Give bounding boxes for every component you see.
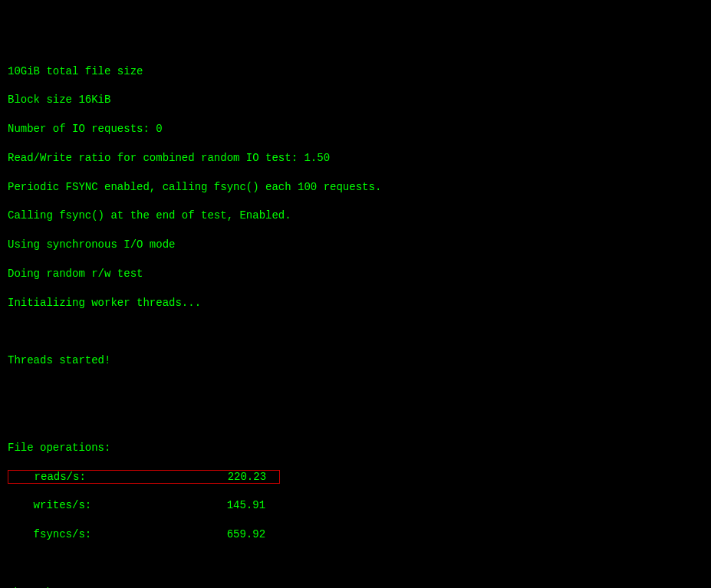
- blank-line: [8, 412, 703, 426]
- line-init-workers: Initializing worker threads...: [8, 296, 703, 310]
- blank-line: [8, 325, 703, 340]
- reads-highlight-box: reads/s: 220.23: [8, 470, 280, 485]
- blank-line: [8, 383, 703, 397]
- line-total-file-size: 10GiB total file size: [8, 64, 703, 79]
- line-io-mode: Using synchronous I/O mode: [8, 238, 703, 252]
- blank-line: [8, 557, 703, 571]
- line-test-type: Doing random r/w test: [8, 267, 703, 281]
- line-threads-started: Threads started!: [8, 353, 703, 368]
- line-fsync-end: Calling fsync() at the end of test, Enab…: [8, 209, 703, 223]
- file-ops-reads-row: reads/s: 220.23: [8, 470, 703, 485]
- file-ops-writes-row: writes/s: 145.91: [8, 498, 703, 513]
- file-ops-fsyncs-row: fsyncs/s: 659.92: [8, 527, 703, 542]
- line-rw-ratio: Read/Write ratio for combined random IO …: [8, 151, 703, 166]
- throughput-title: Throughput:: [8, 586, 703, 588]
- line-fsync-periodic: Periodic FSYNC enabled, calling fsync() …: [8, 180, 703, 195]
- line-block-size: Block size 16KiB: [8, 93, 703, 107]
- file-operations-title: File operations:: [8, 441, 703, 455]
- line-io-requests: Number of IO requests: 0: [8, 122, 703, 136]
